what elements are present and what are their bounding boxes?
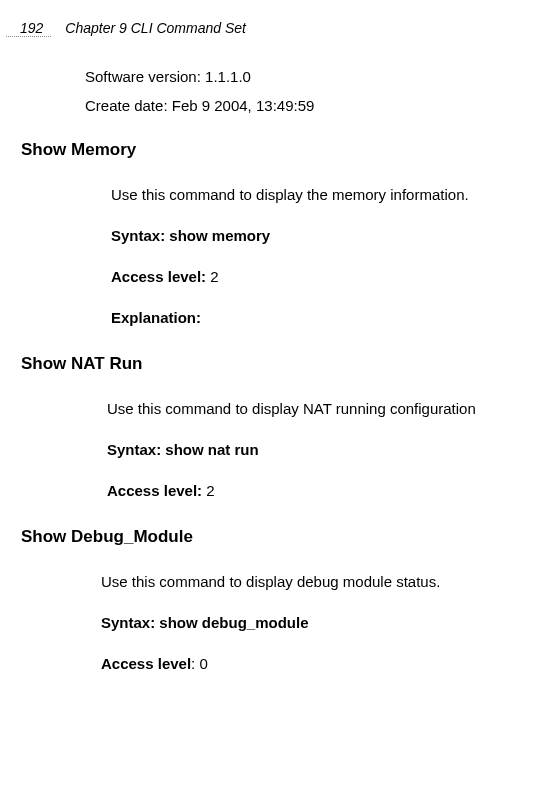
show-debug-module-description: Use this command to display debug module…: [101, 573, 528, 590]
intro-block: Software version: 1.1.1.0 Create date: F…: [85, 68, 528, 114]
section-heading-show-memory: Show Memory: [21, 140, 528, 160]
show-memory-explanation-label: Explanation:: [111, 309, 528, 326]
show-memory-description: Use this command to display the memory i…: [111, 186, 528, 203]
access-level-label: Access level:: [111, 268, 210, 285]
section-body-show-nat-run: Use this command to display NAT running …: [107, 400, 528, 499]
show-memory-syntax: Syntax: show memory: [111, 227, 528, 244]
create-date-line: Create date: Feb 9 2004, 13:49:59: [85, 97, 528, 114]
access-level-label: Access level:: [107, 482, 206, 499]
header-decoration: [6, 36, 51, 39]
software-version-line: Software version: 1.1.1.0: [85, 68, 528, 85]
show-debug-module-syntax: Syntax: show debug_module: [101, 614, 528, 631]
access-level-value: 2: [210, 268, 218, 285]
show-debug-module-access-level: Access level: 0: [101, 655, 528, 672]
show-memory-access-level: Access level: 2: [111, 268, 528, 285]
page-header: 192 Chapter 9 CLI Command Set: [20, 20, 528, 36]
access-level-value: 2: [206, 482, 214, 499]
show-nat-run-access-level: Access level: 2: [107, 482, 528, 499]
show-nat-run-syntax: Syntax: show nat run: [107, 441, 528, 458]
section-body-show-memory: Use this command to display the memory i…: [111, 186, 528, 326]
section-heading-show-debug-module: Show Debug_Module: [21, 527, 528, 547]
access-level-value: : 0: [191, 655, 208, 672]
access-level-label: Access level: [101, 655, 191, 672]
show-nat-run-description: Use this command to display NAT running …: [107, 400, 528, 417]
section-heading-show-nat-run: Show NAT Run: [21, 354, 528, 374]
section-body-show-debug-module: Use this command to display debug module…: [101, 573, 528, 672]
page-number: 192: [20, 20, 43, 36]
chapter-title: Chapter 9 CLI Command Set: [65, 20, 246, 36]
